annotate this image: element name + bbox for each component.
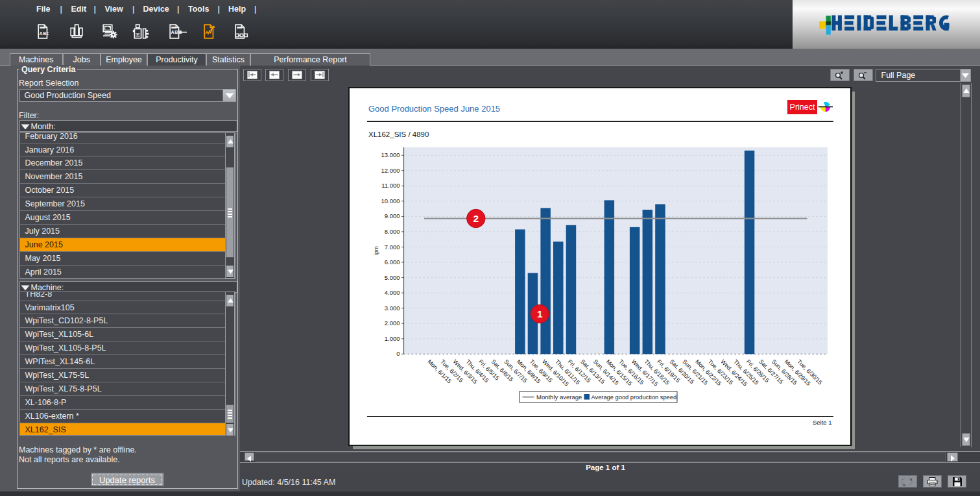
svg-text:1: 1: [537, 308, 543, 319]
svg-text:12.000: 12.000: [381, 167, 400, 174]
svg-text:11.000: 11.000: [381, 182, 400, 189]
svg-text:Monthly average: Monthly average: [536, 393, 582, 401]
svg-text:Average good production speed: Average good production speed: [592, 394, 677, 401]
svg-text:10.000: 10.000: [381, 197, 400, 205]
svg-text:5.000: 5.000: [385, 274, 400, 281]
svg-text:8.000: 8.000: [385, 228, 400, 235]
svg-text:4.000: 4.000: [385, 289, 400, 296]
svg-text:1.000: 1.000: [385, 335, 400, 342]
svg-text:7.000: 7.000: [385, 243, 400, 251]
svg-text:0: 0: [396, 350, 400, 357]
svg-text:2: 2: [473, 213, 479, 224]
svg-text:ABC: ABC: [39, 31, 48, 36]
svg-text:ipm: ipm: [373, 246, 379, 255]
svg-text:2.000: 2.000: [385, 319, 400, 327]
svg-text:13.000: 13.000: [381, 151, 400, 158]
svg-text:6.000: 6.000: [385, 258, 400, 266]
svg-text:9.000: 9.000: [385, 212, 400, 219]
svg-text:3.000: 3.000: [385, 304, 400, 312]
